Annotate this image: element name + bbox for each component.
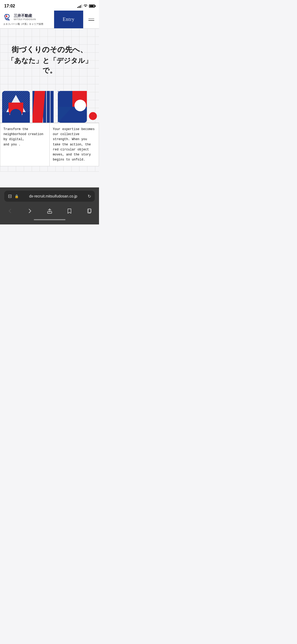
info-text-right: Your expertise becomes our collective st… <box>53 127 95 162</box>
hero-line2: 「あなた」と「デジタル」で。 <box>6 56 93 75</box>
info-text-left: Transform the neighborhood creation by d… <box>3 127 43 146</box>
logo-name-en: MITSUI FUDOSAN <box>14 18 36 21</box>
svg-point-24 <box>74 100 86 111</box>
letter-n-graphic <box>32 91 56 123</box>
svg-rect-19 <box>50 91 54 123</box>
site-header: 三井不動産 MITSUI FUDOSAN エキスパート職（IT系）キャリア採用 … <box>0 11 99 29</box>
battery-icon <box>89 4 95 8</box>
bottom-nav <box>0 204 99 217</box>
signal-icon <box>77 4 82 8</box>
svg-rect-21 <box>32 91 32 123</box>
svg-rect-11 <box>2 112 10 123</box>
hero-section: 街づくりのその先へ、 「あなた」と「デジタル」で。 <box>4 39 95 86</box>
info-box-left: Transform the neighborhood creation by d… <box>0 123 49 166</box>
logo-area: 三井不動産 MITSUI FUDOSAN エキスパート職（IT系）キャリア採用 <box>0 11 54 28</box>
logo-subtitle: エキスパート職（IT系）キャリア採用 <box>3 22 51 26</box>
entry-button[interactable]: Entry <box>54 11 83 28</box>
status-time: 17:02 <box>4 4 15 8</box>
nav-tabs-button[interactable] <box>83 207 95 215</box>
logo-icon <box>3 13 12 21</box>
wifi-icon <box>83 4 88 8</box>
letter-a-graphic <box>2 91 30 123</box>
menu-button[interactable] <box>83 11 99 28</box>
red-dot <box>89 112 97 120</box>
home-indicator <box>34 219 65 220</box>
nav-back-button[interactable] <box>4 207 16 215</box>
browser-reload-icon[interactable]: ↻ <box>88 194 91 199</box>
browser-lock-icon: 🔒 <box>15 194 19 198</box>
browser-bar[interactable]: ⊟ 🔒 dx-recruit.mitsuifudosan.co.jp ↻ <box>4 191 95 202</box>
nav-share-button[interactable] <box>44 207 56 215</box>
home-indicator-bar <box>0 217 99 224</box>
main-content: 街づくりのその先へ、 「あなた」と「デジタル」で。 <box>0 29 99 172</box>
info-box-right: Your expertise becomes our collective st… <box>49 123 99 166</box>
hamburger-icon <box>88 19 94 21</box>
browser-tab-icon: ⊟ <box>8 193 12 199</box>
logo-name-jp: 三井不動産 <box>14 14 36 18</box>
browser-url[interactable]: dx-recruit.mitsuifudosan.co.jp <box>21 194 85 198</box>
bottom-spacer <box>0 172 99 187</box>
nav-forward-button[interactable] <box>24 207 36 215</box>
svg-point-1 <box>6 15 7 17</box>
browser-bar-container: ⊟ 🔒 dx-recruit.mitsuifudosan.co.jp ↻ <box>0 187 99 204</box>
svg-rect-12 <box>22 112 30 123</box>
status-bar: 17:02 <box>0 0 99 11</box>
letter-d-graphic <box>58 91 87 123</box>
svg-rect-18 <box>47 91 50 123</box>
nav-bookmarks-button[interactable] <box>63 207 76 215</box>
entry-label: Entry <box>63 17 75 22</box>
and-graphic <box>0 86 99 123</box>
info-boxes: Transform the neighborhood creation by d… <box>0 123 99 166</box>
status-icons <box>77 4 95 8</box>
hero-line1: 街づくりのその先へ、 <box>6 44 93 55</box>
